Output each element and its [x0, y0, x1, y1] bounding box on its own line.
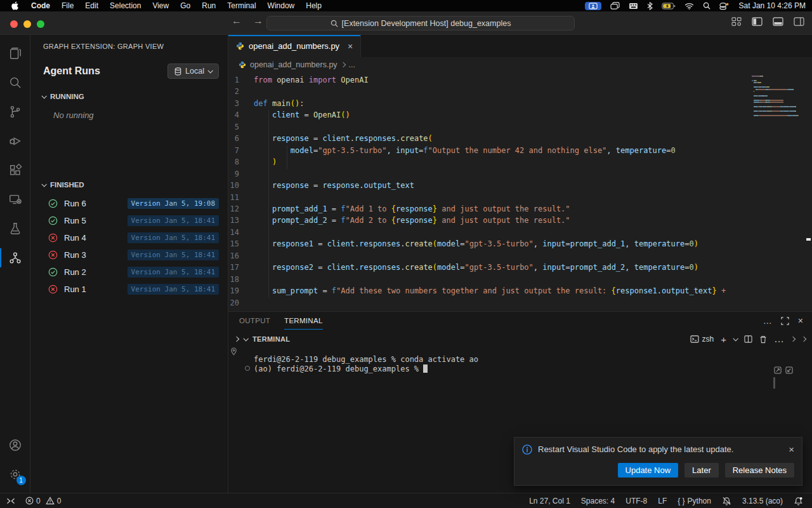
code-line[interactable]: 8 ): [228, 156, 752, 168]
code-line[interactable]: 5: [228, 121, 752, 133]
tab-openai-add-numbers[interactable]: openai_add_numbers.py ×: [228, 35, 361, 57]
toggle-secondary-sidebar-icon[interactable]: [794, 17, 804, 26]
menu-run[interactable]: Run: [196, 1, 221, 10]
toggle-primary-sidebar-icon[interactable]: [752, 17, 763, 26]
menu-help[interactable]: Help: [300, 1, 327, 10]
python-interpreter[interactable]: 3.13.5 (aco): [742, 497, 783, 505]
new-terminal-icon[interactable]: +: [721, 334, 726, 345]
terminal-profile-chevron-icon[interactable]: [733, 336, 738, 341]
breadcrumb-file[interactable]: openai_add_numbers.py: [250, 60, 337, 69]
run-item[interactable]: Run 5Version Jan 5, 18:41: [30, 212, 228, 229]
code-line[interactable]: 9: [228, 168, 752, 180]
menu-window[interactable]: Window: [262, 1, 301, 10]
explorer-icon[interactable]: [0, 39, 30, 68]
code-line[interactable]: 4 client = OpenAI(): [228, 109, 752, 121]
finished-section-header[interactable]: FINISHED: [30, 177, 228, 192]
minimize-window-button[interactable]: [23, 20, 31, 28]
terminal-section-label[interactable]: TERMINAL: [252, 335, 290, 343]
close-panel-icon[interactable]: ×: [798, 316, 803, 326]
chevron-right-icon[interactable]: [234, 337, 239, 342]
update-now-button[interactable]: Update Now: [618, 463, 679, 478]
later-button[interactable]: Later: [684, 463, 719, 478]
apple-menu-icon[interactable]: [11, 1, 19, 10]
code-line[interactable]: 20: [228, 297, 752, 309]
bluetooth-icon[interactable]: [647, 2, 653, 10]
keyboard-icon[interactable]: [629, 3, 638, 10]
source-control-icon[interactable]: [0, 97, 30, 126]
code-line[interactable]: 15 response1 = client.responses.create(m…: [228, 238, 752, 250]
screen-mirroring-icon[interactable]: [585, 2, 601, 10]
notifications-bell-icon[interactable]: [794, 497, 803, 505]
terminal-body[interactable]: ferdi@26-2-119 debug_examples % conda ac…: [228, 349, 812, 374]
menu-edit[interactable]: Edit: [79, 1, 104, 10]
slashed-bell-icon[interactable]: [722, 497, 731, 505]
search-view-icon[interactable]: [0, 68, 30, 97]
back-button[interactable]: ←: [232, 15, 242, 27]
code-line[interactable]: 11: [228, 192, 752, 203]
encoding[interactable]: UTF-8: [625, 497, 647, 505]
code-line[interactable]: 7 model="gpt-3.5-turbo", input=f"Output …: [228, 145, 752, 156]
graph-extension-icon[interactable]: [0, 243, 30, 272]
breadcrumb-more[interactable]: ...: [349, 60, 355, 69]
settings-gear-icon[interactable]: 1: [0, 460, 30, 489]
menu-selection[interactable]: Selection: [104, 1, 147, 10]
maximize-panel-icon[interactable]: [781, 317, 789, 325]
notification-close-icon[interactable]: ×: [789, 444, 794, 455]
panel-tab-output[interactable]: OUTPUT: [239, 312, 270, 330]
run-item[interactable]: Run 4Version Jan 5, 18:41: [30, 229, 228, 246]
release-notes-button[interactable]: Release Notes: [725, 463, 794, 478]
run-item[interactable]: Run 2Version Jan 5, 18:41: [30, 264, 228, 281]
menu-terminal[interactable]: Terminal: [221, 1, 261, 10]
code-line[interactable]: 13 prompt_add_2 = f"Add 2 to {response} …: [228, 215, 752, 226]
command-center-search[interactable]: [Extension Development Host] debug_examp…: [266, 16, 575, 30]
code-line[interactable]: 10 response = response.output_text: [228, 180, 752, 191]
terminal-scrollbar[interactable]: [773, 377, 775, 389]
forward-button[interactable]: →: [253, 15, 263, 27]
code-line[interactable]: 1from openai import OpenAI: [228, 74, 752, 86]
code-line[interactable]: 14: [228, 227, 752, 238]
remote-explorer-icon[interactable]: [0, 185, 30, 214]
close-window-button[interactable]: [10, 20, 18, 28]
code-line[interactable]: 18: [228, 274, 752, 285]
cursor-position[interactable]: Ln 27, Col 1: [529, 497, 570, 505]
terminal-more-actions-icon[interactable]: …: [774, 333, 784, 345]
toggle-panel-icon[interactable]: [773, 17, 783, 26]
sidebar-pane-header[interactable]: GRAPH EXTENSION: GRAPH VIEW: [30, 35, 228, 57]
panel-tab-terminal[interactable]: TERMINAL: [284, 312, 323, 330]
chevron-right-icon[interactable]: [801, 337, 806, 342]
run-item[interactable]: Run 1Version Jan 5, 18:41: [30, 281, 228, 298]
extensions-icon[interactable]: [0, 156, 30, 185]
split-terminal-icon[interactable]: [744, 335, 752, 343]
run-item[interactable]: Run 3Version Jan 5, 18:41: [30, 246, 228, 264]
run-debug-icon[interactable]: [0, 126, 30, 156]
code-line[interactable]: 2: [228, 86, 752, 97]
chevron-right-icon[interactable]: [790, 337, 796, 342]
code-editor[interactable]: 1from openai import OpenAI23def main():4…: [228, 72, 752, 311]
zoom-window-button[interactable]: [37, 20, 44, 28]
shell-badge[interactable]: zsh: [690, 335, 714, 344]
remote-indicator-icon[interactable]: [6, 497, 15, 505]
command-decoration-icon[interactable]: [245, 366, 250, 371]
user-switch-icon[interactable]: [719, 2, 729, 10]
menu-bar-clock[interactable]: Sat Jan 10 4:26 PM: [739, 1, 806, 10]
language-mode[interactable]: { } Python: [678, 497, 711, 505]
local-dropdown-button[interactable]: Local: [167, 64, 219, 79]
kill-terminal-icon[interactable]: [759, 335, 767, 344]
run-item[interactable]: Run 6Version Jan 5, 19:08: [30, 195, 228, 212]
customize-layout-icon[interactable]: [731, 17, 742, 26]
tab-close-icon[interactable]: ×: [348, 41, 353, 51]
menu-code[interactable]: Code: [25, 1, 56, 10]
code-line[interactable]: 17 response2 = client.responses.create(m…: [228, 262, 752, 273]
testing-icon[interactable]: [0, 214, 30, 243]
menu-file[interactable]: File: [56, 1, 79, 10]
indentation[interactable]: Spaces: 4: [581, 497, 615, 505]
stage-manager-icon[interactable]: [610, 2, 620, 10]
code-line[interactable]: 12 prompt_add_1 = f"Add 1 to {response} …: [228, 203, 752, 215]
menu-view[interactable]: View: [147, 1, 174, 10]
code-line[interactable]: 19 sum_prompt = f"Add these two numbers …: [228, 285, 752, 297]
running-section-header[interactable]: RUNNING: [30, 89, 228, 104]
eol-sequence[interactable]: LF: [658, 497, 667, 505]
chevron-down-icon[interactable]: [243, 336, 248, 341]
spotlight-search-icon[interactable]: [703, 2, 710, 10]
code-line[interactable]: 3def main():: [228, 98, 752, 109]
